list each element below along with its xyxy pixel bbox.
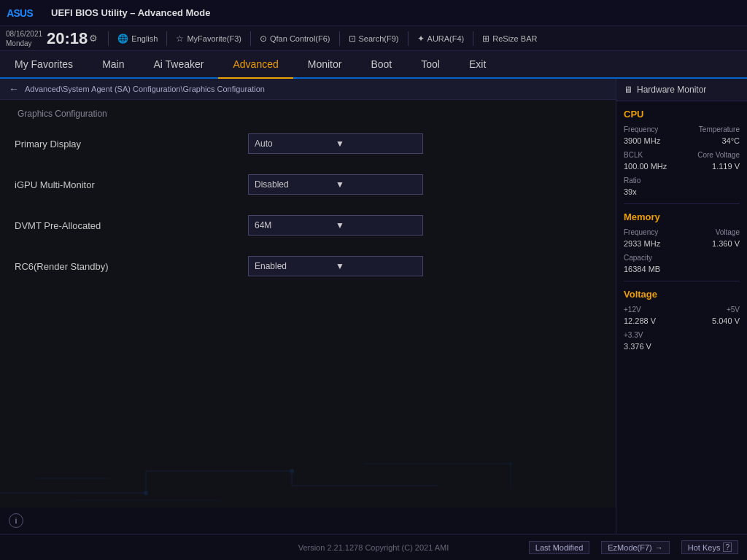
toolbar-language[interactable]: 🌐 English [117, 34, 158, 44]
nav-bar: My Favorites Main Ai Tweaker Advanced Mo… [0, 51, 747, 79]
header-bar: ASUS UEFI BIOS Utility – Advanced Mode [0, 0, 747, 26]
rc6-value: Enabled [255, 261, 336, 271]
cpu-memory-divider [624, 203, 740, 204]
dropdown-arrow-4: ▼ [336, 261, 417, 271]
qfan-label: Qfan Control(F6) [270, 34, 330, 43]
help-question-icon: ? [723, 542, 732, 552]
dvmt-dropdown[interactable]: 64M ▼ [248, 215, 423, 236]
cpu-core-voltage-label: Core Voltage [697, 151, 740, 159]
cpu-ratio-row: Ratio [624, 176, 740, 184]
svg-text:ASUS: ASUS [7, 8, 33, 19]
igpu-dropdown[interactable]: Disabled ▼ [248, 174, 423, 195]
clock-display: 20:18 [47, 29, 88, 48]
primary-display-value: Auto [255, 139, 336, 149]
mem-frequency-value-row: 2933 MHz 1.360 V [624, 239, 740, 248]
favorite-icon: ☆ [176, 34, 184, 44]
rc6-dropdown[interactable]: Enabled ▼ [248, 256, 423, 276]
circuit-decoration [0, 449, 613, 508]
toolbar-resizebar[interactable]: ⊞ ReSize BAR [482, 34, 537, 44]
cpu-section-title: CPU [624, 109, 740, 120]
nav-main[interactable]: Main [88, 51, 139, 79]
dropdown-arrow-2: ▼ [336, 179, 417, 190]
settings-gear-icon[interactable]: ⚙ [89, 33, 98, 44]
hardware-monitor-header: 🖥 Hardware Monitor [616, 79, 747, 101]
info-icon[interactable]: i [9, 513, 23, 528]
resizebar-icon: ⊞ [482, 34, 489, 44]
ez-mode-arrow-icon: → [655, 543, 663, 552]
cpu-bclk-label: BCLK [624, 151, 643, 159]
setting-row-igpu: iGPU Multi-Monitor Disabled ▼ [15, 171, 601, 198]
toolbar: 08/16/2021 Monday 20:18 ⚙ 🌐 English ☆ My… [0, 26, 747, 51]
svg-point-8 [290, 469, 294, 473]
mem-voltage-label: Voltage [716, 228, 740, 236]
voltage-33v-value: 3.376 V [624, 342, 651, 351]
ez-mode-button[interactable]: EzMode(F7) → [601, 541, 670, 554]
last-modified-button[interactable]: Last Modified [529, 541, 589, 554]
cpu-frequency-value-row: 3900 MHz 34°C [624, 136, 740, 145]
footer: Version 2.21.1278 Copyright (C) 2021 AMI… [0, 534, 747, 560]
cpu-ratio-value-row: 39x [624, 187, 740, 196]
monitor-display-icon: 🖥 [624, 85, 632, 95]
hardware-monitor-panel: 🖥 Hardware Monitor CPU Frequency Tempera… [616, 79, 747, 534]
hot-keys-label: Hot Keys [688, 543, 721, 552]
language-icon: 🌐 [117, 34, 128, 44]
toolbar-divider-6 [473, 31, 473, 46]
back-button[interactable]: ← [9, 83, 19, 95]
svg-point-12 [509, 462, 512, 465]
cpu-temperature-value: 34°C [721, 136, 740, 145]
setting-row-rc6: RC6(Render Standby) Enabled ▼ [15, 253, 601, 279]
toolbar-divider-2 [166, 31, 167, 46]
cpu-ratio-value: 39x [624, 187, 637, 196]
cpu-ratio-label: Ratio [624, 176, 640, 184]
voltage-12v-value: 12.288 V [624, 316, 656, 325]
ez-mode-label: EzMode(F7) [608, 543, 652, 552]
mem-capacity-value: 16384 MB [624, 265, 660, 273]
voltage-5v-label: +5V [727, 306, 740, 314]
nav-exit[interactable]: Exit [454, 51, 500, 79]
dvmt-value: 64M [255, 220, 336, 230]
dvmt-label: DVMT Pre-Allocated [15, 220, 248, 231]
datetime-display: 08/16/2021 Monday 20:18 ⚙ [6, 29, 98, 48]
favorite-label: MyFavorite(F3) [187, 34, 241, 43]
dropdown-arrow-1: ▼ [336, 139, 417, 149]
setting-row-dvmt: DVMT Pre-Allocated 64M ▼ [15, 212, 601, 238]
nav-ai-tweaker[interactable]: Ai Tweaker [139, 51, 218, 79]
svg-point-7 [144, 491, 148, 495]
cpu-temperature-label: Temperature [699, 125, 740, 133]
mem-voltage-value: 1.360 V [712, 239, 740, 248]
section-title: Graphics Configuration [15, 109, 601, 119]
mem-capacity-row: Capacity [624, 254, 740, 262]
nav-boot[interactable]: Boot [356, 51, 406, 79]
hardware-monitor-content: CPU Frequency Temperature 3900 MHz 34°C … [616, 101, 747, 534]
memory-voltage-divider [624, 281, 740, 281]
content-area: ← Advanced\System Agent (SA) Configurati… [0, 79, 616, 534]
nav-advanced[interactable]: Advanced [218, 51, 293, 79]
breadcrumb-bar: ← Advanced\System Agent (SA) Configurati… [0, 79, 616, 100]
nav-monitor[interactable]: Monitor [293, 51, 357, 79]
main-area: ← Advanced\System Agent (SA) Configurati… [0, 79, 747, 534]
resizebar-label: ReSize BAR [492, 34, 537, 43]
bios-title: UEFI BIOS Utility – Advanced Mode [51, 7, 210, 18]
day-display: Monday [6, 39, 42, 48]
language-label: English [131, 34, 158, 43]
mem-frequency-label: Frequency [624, 228, 658, 236]
toolbar-divider-4 [339, 31, 340, 46]
nav-tool[interactable]: Tool [406, 51, 454, 79]
toolbar-aura[interactable]: ✦ AURA(F4) [417, 34, 465, 44]
aura-icon: ✦ [417, 34, 425, 44]
cpu-bclk-value-row: 100.00 MHz 1.119 V [624, 162, 740, 171]
voltage-33v-row: +3.3V [624, 331, 740, 339]
cpu-frequency-row: Frequency Temperature [624, 125, 740, 133]
date-display: 08/16/2021 [6, 29, 42, 39]
toolbar-search[interactable]: ⊡ Search(F9) [349, 34, 399, 44]
mem-frequency-value: 2933 MHz [624, 239, 660, 248]
toolbar-myfavorite[interactable]: ☆ MyFavorite(F3) [176, 34, 241, 44]
rc6-label: RC6(Render Standby) [15, 261, 248, 272]
hot-keys-button[interactable]: Hot Keys ? [681, 540, 738, 554]
primary-display-dropdown[interactable]: Auto ▼ [248, 133, 423, 154]
nav-my-favorites[interactable]: My Favorites [0, 51, 88, 79]
asus-logo: ASUS [6, 5, 42, 21]
cpu-core-voltage-value: 1.119 V [712, 162, 740, 171]
toolbar-qfan[interactable]: ⊙ Qfan Control(F6) [260, 34, 330, 44]
voltage-12v-row: +12V +5V [624, 306, 740, 314]
